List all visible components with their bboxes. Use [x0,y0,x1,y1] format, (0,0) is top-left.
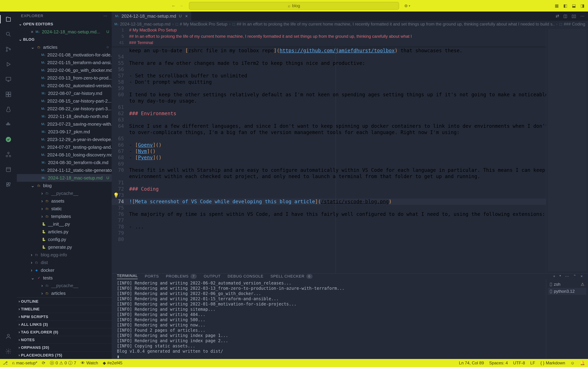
code-line[interactable]: 78- ... [112,224,546,230]
remote-indicator[interactable]: ⎇ [3,360,8,366]
folder-articles[interactable]: ⌄ 🗀 articles [17,43,112,51]
file-item[interactable]: M↓2022-08-07_car-history.md [17,90,112,97]
code-line[interactable]: 57- Set the scrollback buffer to unlimit… [112,73,546,79]
tab-debug-console[interactable]: DEBUG CONSOLE [227,274,263,279]
file-item[interactable]: M↓2022-08-22_car-history-part-3.... [17,105,112,113]
language-mode[interactable]: { } Markdown [540,360,565,366]
code-line[interactable]: 54 [112,54,546,60]
code-line[interactable]: 64Since I use a few different languages,… [112,123,546,129]
more-icon[interactable]: ⋯ [104,14,107,18]
extensions-icon[interactable] [4,90,13,99]
file-item[interactable]: M↓2024-12-18_mac-setup.mdU [17,174,112,182]
file-item[interactable]: M↓2022-06-02_automated-version... [17,82,112,90]
folder-egg[interactable]: › 🗀 blog.egg-info [17,251,112,259]
chevron-down-icon[interactable]: ▾ [409,4,410,8]
collapsed-section[interactable]: ›PLACEHOLDERS (75) [17,351,112,359]
open-editor-item[interactable]: × M↓ 2024-12-18_mac-setup.md... U [17,28,112,36]
problems-status[interactable]: ⓧ0 ⚠0 ⓘ7 [50,360,76,366]
tab-active[interactable]: M↓ 2024-12-18_mac-setup.md U × [112,12,191,21]
code-line[interactable]: 75 [112,205,546,211]
breadcrumb-h3[interactable]: ⬚ ### Coding [559,22,585,26]
code-line[interactable]: 62### Environments [112,110,546,117]
folder-blog[interactable]: ⌄ 🗀 blog [17,182,112,189]
file-item[interactable]: M↓2024-11-12_static-site-generato... [17,166,112,174]
collapsed-section[interactable]: ›ALL LINKS (3) [17,320,112,328]
file-item[interactable]: 🐍__init__.py [17,220,112,228]
file-item[interactable]: M↓2022-03-13_from-zero-to-prod... [17,74,112,82]
split-editor-icon[interactable]: ▯▯ [571,14,576,18]
code-line[interactable]: 65 [112,136,546,142]
toggle-panel-icon[interactable]: ⬓ [572,3,576,8]
collapsed-section[interactable]: ›TAG EXPLORER (0) [17,328,112,336]
open-editors-header[interactable]: ⌄ OPEN EDITORS [17,20,112,28]
settings-gear-icon[interactable] [4,347,13,355]
file-item[interactable]: M↓2022-01-15_terraform-and-ansi... [17,59,112,67]
file-item[interactable]: 🐍config.py [17,236,112,243]
explorer-icon[interactable] [4,15,13,23]
sticky-scroll[interactable]: 1# # My MacBook Pro SetupMy MacBook Pro … [112,28,546,47]
file-item[interactable]: M↓2023-07-23_saving-money-with... [17,120,112,128]
code-line[interactable]: 61 [112,104,546,110]
code-line[interactable]: 74![Meta screenshot of VS Code while dev… [112,199,546,205]
close-icon[interactable]: × [185,13,188,19]
extension-icon[interactable] [4,180,13,189]
code-line[interactable]: 58- Don't prompt when quitting [112,79,546,85]
breadcrumb-h2[interactable]: ⬚ ## In an effort to prolong the life of… [232,22,554,26]
code-line[interactable]: 💡73 [112,192,546,199]
code-line[interactable]: 77 [112,217,546,224]
file-item[interactable]: M↓2022-02-06_go_with_docker.md [17,67,112,74]
folder-pycache[interactable]: › 🗀 __pycache__ [17,282,112,289]
workspace-header[interactable]: ⌄ BLOG [17,36,112,43]
new-terminal-icon[interactable]: + [553,274,555,279]
minimap[interactable] [546,28,588,273]
code-line[interactable]: 70These fit in well with Starship and ar… [112,167,546,173]
more-icon[interactable]: ⋯ [580,14,585,18]
code-line[interactable]: 63 [112,117,546,123]
copilot-icon[interactable]: ⊚ [404,3,408,8]
terminal-zsh[interactable]: ⌷ zsh ⚠ [548,281,586,288]
folder-docker[interactable]: › ◈ docker [17,266,112,274]
compare-changes-icon[interactable]: ⇄ [556,14,559,18]
layout-customize-icon[interactable]: ▦ [555,3,559,8]
toggle-secondary-icon[interactable]: ◨ [580,3,585,8]
tab-problems[interactable]: PROBLEMS7 [166,274,197,279]
collapsed-section[interactable]: ›ORPHANS (20) [17,344,112,351]
code-line[interactable]: 59 [112,85,546,92]
code-line[interactable]: 79 [112,230,546,236]
folder-tests[interactable]: ⌄ ✓ tests [17,274,112,282]
maximize-panel-icon[interactable]: ⌃ [573,274,576,279]
code-line[interactable]: 67- [Nvm]() [112,148,546,154]
code-line-wrap[interactable]: environment within each checked out proj… [112,173,546,180]
code-line[interactable]: 76The majority of my time is spent withi… [112,211,546,217]
testing-icon[interactable] [4,105,13,114]
run-debug-icon[interactable] [4,60,13,68]
close-icon[interactable]: × [31,29,34,35]
github-actions-icon[interactable] [4,150,13,159]
tab-terminal[interactable]: TERMINAL [117,274,138,279]
terminal-dropdown-icon[interactable]: ▾ [560,274,561,279]
remote-explorer-icon[interactable] [4,75,13,83]
file-item[interactable]: M↓2024-08-10_losing-discovery.md [17,151,112,159]
docker-icon[interactable] [4,120,13,129]
search-icon[interactable] [4,30,13,38]
code-line[interactable]: 71 [112,180,546,186]
toggle-sidebar-icon[interactable]: ◧ [563,3,567,8]
encoding[interactable]: UTF-8 [513,360,525,366]
breadcrumbs[interactable]: M↓ 2024-12-18_mac-setup.md › ⬚ # My MacB… [112,21,588,28]
code-line-wrap[interactable]: to over-complicate things, I'm a big fan… [112,129,546,136]
tab-spell-checker[interactable]: SPELL CHECKER6 [270,274,312,279]
command-center[interactable]: ⌕ blog [189,2,399,10]
file-item[interactable]: M↓2022-11-18_devhub-north.md [17,113,112,120]
file-item[interactable]: M↓2024-07-07_testing-golang-and... [17,143,112,151]
collapsed-section[interactable]: ›OUTLINE [17,297,112,305]
terminal-output[interactable]: [INFO] Rendering and writing 2022-06-02_… [112,279,546,360]
accounts-icon[interactable] [4,332,13,341]
breadcrumb-h1[interactable]: ⬚ # My MacBook Pro Setup [175,22,227,26]
file-item[interactable]: M↓2022-01-08_motivation-for-side... [17,51,112,59]
lightbulb-icon[interactable]: 💡 [113,192,119,199]
collapsed-section[interactable]: ›NPM SCRIPTS [17,313,112,320]
folder-articles[interactable]: › 🗀 articles [17,289,112,297]
indentation[interactable]: Spaces: 4 [489,360,508,366]
folder-static[interactable]: › 🗀 static [17,205,112,213]
code-line[interactable]: 66- [Goenv]() [112,142,546,148]
